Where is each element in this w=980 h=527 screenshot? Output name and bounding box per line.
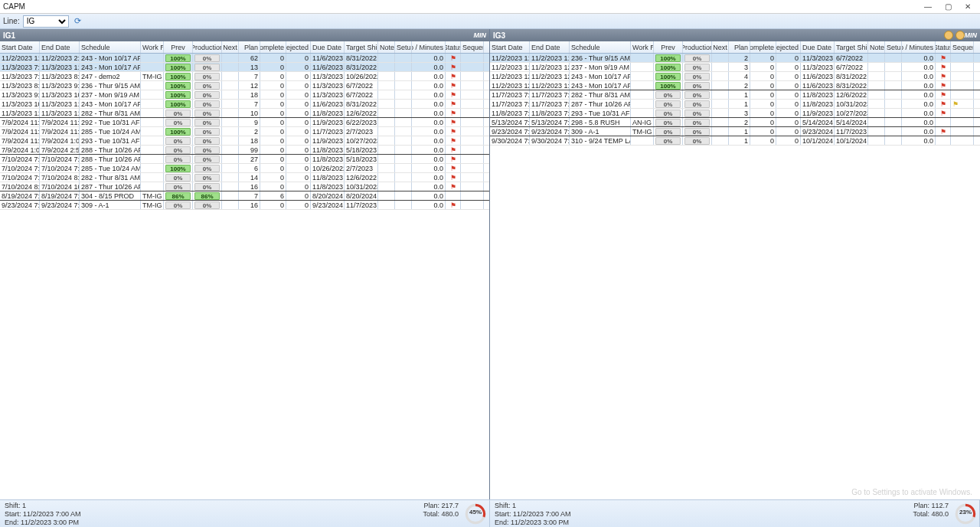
table-row[interactable]: 9/30/2024 7:00 AM9/30/2024 7:00 AM310 - … — [490, 136, 980, 146]
panel-header: IG3MIN — [490, 29, 980, 41]
col-header[interactable]: Plan — [729, 41, 750, 53]
table-row[interactable]: 11/7/2023 7:06 AM11/7/2023 7:15 AM287 - … — [490, 100, 980, 109]
col-header[interactable]: Setup — [885, 41, 902, 53]
prev-pct: 0% — [655, 128, 681, 136]
table-row[interactable]: 7/10/2024 7:41 AM7/10/2024 8:52 AM282 - … — [0, 173, 489, 182]
table-row[interactable]: 11/7/2023 7:00 AM11/7/2023 7:06 AM282 - … — [490, 90, 980, 100]
prod-pct: 0% — [684, 119, 710, 126]
col-header[interactable]: Setup / Minutes — [902, 41, 936, 53]
panel-badge: MIN — [474, 31, 487, 39]
col-header[interactable]: Work Route — [631, 41, 654, 53]
prev-pct: 0% — [165, 174, 191, 182]
prev-pct: 0% — [165, 183, 191, 191]
table-row[interactable]: 11/2/2023 12:49 PM11/2/2023 1:12 PM243 -… — [490, 81, 980, 90]
col-header[interactable]: Due Date — [311, 41, 345, 53]
table-row[interactable]: 7/10/2024 7:37 AM7/10/2024 7:41 AM285 - … — [0, 164, 489, 173]
col-header[interactable]: Prev — [654, 41, 683, 53]
table-row[interactable]: 11/3/2023 8:24 AM11/3/2023 9:31 AM236 - … — [0, 81, 489, 90]
table-row[interactable]: 7/9/2024 11:30 AM7/9/2024 11:40 AM285 - … — [0, 127, 489, 136]
flag-icon: ⚑ — [940, 73, 946, 80]
minimize-button[interactable]: — — [919, 2, 937, 12]
table-row[interactable]: 11/3/2023 7:00 AM11/3/2023 11:20 AM243 -… — [0, 63, 489, 72]
status-cell: Shift: 1Start: 11/2/2023 7:00 AMEnd: 11/… — [490, 500, 980, 527]
col-header[interactable]: Target Ship D — [835, 41, 868, 53]
col-header[interactable]: Rejected — [286, 41, 311, 53]
table-row[interactable]: 8/19/2024 7:00 AM8/19/2024 7:00 AM304 - … — [0, 191, 489, 201]
col-header[interactable]: Production — [683, 41, 712, 53]
prod-pct: 0% — [194, 100, 220, 108]
col-header[interactable]: Plan — [239, 41, 260, 53]
col-header[interactable]: Rejected — [776, 41, 801, 53]
prod-pct: 0% — [684, 91, 710, 99]
prod-pct: 0% — [684, 137, 710, 145]
col-header[interactable]: Next — [222, 41, 239, 53]
col-header[interactable]: Status — [446, 41, 461, 53]
table-row[interactable]: 11/3/2023 7:42 AM11/3/2023 8:24 AM247 - … — [0, 72, 489, 81]
col-header[interactable]: Setup / Minutes — [412, 41, 446, 53]
table-row[interactable]: 7/9/2024 1:00 PM7/9/2024 2:58 PM288 - Th… — [0, 146, 489, 155]
prev-pct: 0% — [165, 110, 191, 117]
panel-title: IG1 — [3, 31, 474, 40]
col-header[interactable]: End Date — [530, 41, 570, 53]
col-header[interactable]: Schedule — [80, 41, 141, 53]
col-header[interactable]: Work Route — [141, 41, 164, 53]
panel-IG1: IG1MINStart DateEnd DateScheduleWork Rou… — [0, 29, 490, 499]
prod-pct: 0% — [194, 64, 220, 71]
prev-pct: 0% — [655, 137, 681, 145]
col-header[interactable]: Setup — [395, 41, 412, 53]
prod-pct: 0% — [684, 73, 710, 80]
prod-pct: 0% — [194, 110, 220, 117]
table-row[interactable]: 9/23/2024 7:00 AM9/23/2024 7:00 AM309 - … — [0, 201, 489, 210]
table-row[interactable]: 11/2/2023 12:06 PM11/2/2023 12:49 PM243 … — [490, 72, 980, 81]
close-button[interactable]: ✕ — [959, 2, 977, 12]
table-row[interactable]: 7/10/2024 7:00 AM7/10/2024 7:37 AM288 - … — [0, 155, 489, 164]
table-row[interactable]: 7/10/2024 8:52 AM7/10/2024 10:11 AM287 -… — [0, 182, 489, 191]
table-row[interactable]: 11/2/2023 11:21 AM11/2/2023 2:59 PM243 -… — [0, 54, 489, 63]
col-header[interactable]: Start Date — [490, 41, 530, 53]
col-header[interactable]: Complete — [260, 41, 286, 53]
prev-pct: 100% — [165, 73, 191, 80]
col-header[interactable]: Due Date — [801, 41, 835, 53]
panel-icon[interactable] — [944, 31, 953, 40]
table-row[interactable]: 7/9/2024 11:40 AM7/9/2024 1:00 PM293 - T… — [0, 136, 489, 146]
panel-title: IG3 — [493, 31, 939, 40]
table-row[interactable]: 11/2/2023 11:20 AM11/2/2023 11:39 AM236 … — [490, 54, 980, 63]
flag-icon: ⚑ — [450, 174, 456, 182]
table-row[interactable]: 5/13/2024 7:00 AM5/13/2024 7:00 AM298 - … — [490, 118, 980, 127]
maximize-button[interactable]: ▢ — [939, 2, 957, 12]
col-header[interactable]: Next — [712, 41, 729, 53]
line-select[interactable]: IG — [23, 15, 69, 28]
flag-icon: ⚑ — [450, 155, 456, 163]
col-header[interactable]: Status — [936, 41, 951, 53]
col-header[interactable]: Notes — [868, 41, 885, 53]
col-header[interactable]: Sequence — [951, 41, 974, 53]
col-header[interactable]: Prev — [164, 41, 193, 53]
col-header[interactable]: Complete — [750, 41, 776, 53]
prev-pct: 0% — [655, 100, 681, 108]
col-header[interactable]: Schedule — [570, 41, 631, 53]
table-row[interactable]: 7/9/2024 11:24 AM7/9/2024 11:30 AM292 - … — [0, 118, 489, 127]
col-header[interactable]: End Date — [40, 41, 80, 53]
table-row[interactable]: 11/3/2023 11:20 AM11/3/2023 11:56 AM282 … — [0, 109, 489, 118]
prev-pct: 0% — [165, 137, 191, 145]
flag-icon: ⚑ — [450, 128, 456, 136]
col-header[interactable]: Sequence — [461, 41, 484, 53]
col-header[interactable]: Production — [193, 41, 222, 53]
prod-pct: 0% — [194, 201, 220, 209]
col-header[interactable]: Target Ship D — [345, 41, 378, 53]
flag-icon: ⚑ — [450, 110, 456, 117]
table-row[interactable]: 11/2/2023 11:39 AM11/2/2023 12:06 PM237 … — [490, 63, 980, 72]
table-row[interactable]: 11/3/2023 10:52 AM11/3/2023 11:13 AM243 … — [0, 100, 489, 109]
flag-icon: ⚑ — [450, 183, 456, 191]
refresh-icon[interactable]: ⟳ — [72, 15, 84, 28]
panel-icon[interactable] — [956, 31, 965, 40]
prod-pct: 0% — [194, 146, 220, 154]
table-row[interactable]: 11/3/2023 9:31 AM11/3/2023 10:52 AM237 -… — [0, 90, 489, 100]
col-header[interactable]: Start Date — [0, 41, 40, 53]
plan-label: Plan: 217.7 — [423, 502, 459, 509]
col-header[interactable]: Notes — [378, 41, 395, 53]
prod-pct: 0% — [194, 128, 220, 136]
prod-pct: 0% — [194, 73, 220, 80]
table-row[interactable]: 9/23/2024 7:00 AM9/23/2024 7:00 AM309 - … — [490, 127, 980, 136]
table-row[interactable]: 11/8/2023 7:00 AM11/8/2023 7:27 AM293 - … — [490, 109, 980, 118]
